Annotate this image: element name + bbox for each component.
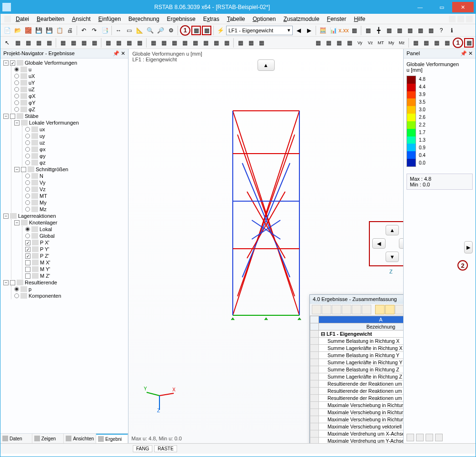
tb2-12[interactable]: ▦ <box>135 38 144 48</box>
tb-move-icon[interactable]: ↔ <box>114 26 123 35</box>
tb-calc-icon[interactable]: 🧮 <box>318 26 327 35</box>
tb-view2-icon[interactable]: ▦ <box>405 26 415 35</box>
node-lagerreaktionen[interactable]: −Lagerreaktionen <box>3 213 127 219</box>
tree-item[interactable]: Vz <box>25 186 127 193</box>
tb-save-icon[interactable]: 💾 <box>34 26 43 35</box>
tb2-1[interactable]: ▦ <box>13 38 22 48</box>
tb2-r12[interactable]: ▦ <box>432 38 441 48</box>
fbtn-5[interactable] <box>352 305 361 314</box>
close-button[interactable]: ✕ <box>452 2 474 12</box>
tree-item[interactable]: φY <box>14 99 127 106</box>
tb-printer-icon[interactable]: 🖨 <box>65 26 75 35</box>
tb2-r11[interactable]: ▦ <box>421 38 431 48</box>
tb2-r3[interactable]: ▦ <box>334 38 344 48</box>
table-row[interactable]: Summe Belastung in Richtung X0.00kN <box>310 338 404 345</box>
table-row[interactable]: Summe Lagerkräfte in Richtung Y0.00kN <box>310 359 404 366</box>
tb2-16[interactable]: ▦ <box>180 38 189 48</box>
tree-item[interactable]: φz <box>25 159 127 166</box>
tb-misc2-icon[interactable]: ▦ <box>349 26 359 35</box>
panel-icon-1[interactable] <box>407 434 414 441</box>
tb2-r7[interactable]: MT <box>376 38 386 48</box>
menu-extras[interactable]: Extras <box>200 15 222 23</box>
mdi-restore-icon[interactable] <box>457 16 464 22</box>
tb-table-toggle-2[interactable]: ▦ <box>202 26 211 35</box>
tb-new-icon[interactable]: 📄 <box>2 26 12 35</box>
menu-tabelle[interactable]: Tabelle <box>224 15 248 23</box>
tb2-r2[interactable]: ▦ <box>324 38 333 48</box>
table-row[interactable]: Summe Belastung in Richtung Z2.51kN <box>310 366 404 373</box>
tb-grid-icon[interactable]: ▦ <box>363 26 373 35</box>
tb-zoom-icon[interactable]: 🔎 <box>156 26 165 35</box>
tree-item[interactable]: My <box>25 199 127 206</box>
status-tab-fang[interactable]: FANG <box>133 445 152 452</box>
tb2-r6[interactable]: Vz <box>366 38 375 48</box>
table-row[interactable]: Summe Lagerkräfte in Richtung Z2.51kN <box>310 373 404 380</box>
fbtn-7[interactable] <box>375 305 385 314</box>
table-row[interactable]: Maximale Verdrehung um Y-Achse0.0mrad <box>310 438 404 444</box>
tb2-11[interactable]: ▦ <box>124 38 134 48</box>
tb2-4[interactable]: ▦ <box>44 38 54 48</box>
tb-results-icon[interactable]: 📊 <box>328 26 338 35</box>
panel-icon-2[interactable] <box>416 434 424 441</box>
col-a-header[interactable]: A <box>319 316 404 323</box>
panel-pin-icon[interactable]: 📌 ✕ <box>460 50 473 57</box>
tree-item[interactable]: ux <box>25 126 127 133</box>
tb-values-icon[interactable]: x.xx <box>339 26 348 35</box>
tree-item[interactable]: u <box>14 66 127 73</box>
tb2-2[interactable]: ▦ <box>23 38 33 48</box>
node-schnittgroessen[interactable]: −Schnittgrößen <box>14 166 127 173</box>
table-row[interactable]: Summe Belastung in Richtung Y0.00kN <box>310 352 404 359</box>
tb-misc-icon[interactable]: ⚙ <box>166 26 176 35</box>
tb-loadcase-icon[interactable]: ⚡ <box>216 26 225 35</box>
minimize-button[interactable]: — <box>409 2 431 12</box>
tree-item[interactable]: uz <box>25 139 127 146</box>
status-tab-raste[interactable]: RASTE <box>154 445 177 452</box>
tb2-r1[interactable]: ▦ <box>313 38 323 48</box>
tree-item[interactable]: Global <box>25 233 127 239</box>
navigator-pin-icon[interactable]: 📌 ✕ <box>113 50 125 57</box>
tree-item[interactable]: uy <box>25 133 127 139</box>
tb-view4-icon[interactable]: ▦ <box>426 26 436 35</box>
tb-open-icon[interactable]: 📂 <box>13 26 22 35</box>
tree-item[interactable]: φx <box>25 146 127 153</box>
tb-search-icon[interactable]: 🔍 <box>145 26 155 35</box>
tree-item[interactable]: MT <box>25 193 127 199</box>
tree-item[interactable]: P Y' <box>25 246 127 253</box>
tb2-23[interactable]: ▦ <box>257 38 266 48</box>
table-row[interactable]: Resultierende der Reaktionen um Y-0.001k… <box>310 388 404 395</box>
menu-berechnung[interactable]: Berechnung <box>126 15 162 23</box>
tree-item[interactable]: φZ <box>14 106 127 113</box>
menu-optionen[interactable]: Optionen <box>250 15 279 23</box>
tb-measure-icon[interactable]: 📐 <box>135 26 144 35</box>
mdi-minimize-icon[interactable] <box>449 16 456 22</box>
node-knotenlager[interactable]: −Knotenlager <box>14 219 127 226</box>
nav-pad-left[interactable]: ◀ <box>372 238 386 249</box>
tree-item[interactable]: M Y' <box>25 266 127 272</box>
tree-item[interactable]: P X' <box>25 239 127 246</box>
panel-icon-3[interactable] <box>426 434 433 441</box>
tb-print-icon[interactable]: 📋 <box>55 26 64 35</box>
tb-table-toggle-1[interactable]: ▦ <box>191 26 201 35</box>
tb2-r4[interactable]: ▦ <box>345 38 354 48</box>
mdi-close-icon[interactable] <box>466 16 473 22</box>
tb-view3-icon[interactable]: ▦ <box>416 26 425 35</box>
tb-undo-icon[interactable]: ↶ <box>79 26 89 35</box>
tb2-13[interactable]: ▦ <box>149 38 158 48</box>
tb2-18[interactable]: ▦ <box>201 38 210 48</box>
menu-ansicht[interactable]: Ansicht <box>69 15 93 23</box>
node-globale-verformungen[interactable]: −Globale Verformungen <box>3 59 127 66</box>
tree-item[interactable]: N <box>25 173 127 179</box>
menu-ergebnisse[interactable]: Ergebnisse <box>164 15 198 23</box>
tb-view1-icon[interactable]: ▦ <box>395 26 404 35</box>
table-row[interactable]: Summe Lagerkräfte in Richtung X0.00kN <box>310 345 404 352</box>
tb-axes-icon[interactable]: ╋ <box>374 26 383 35</box>
tree-item[interactable]: p <box>14 286 127 292</box>
fbtn-8[interactable] <box>385 305 395 314</box>
tree-item[interactable]: Vy <box>25 179 127 186</box>
tree-item[interactable]: M Z' <box>25 272 127 279</box>
tree-item[interactable]: Mz <box>25 206 127 213</box>
tb2-22[interactable]: ▦ <box>246 38 256 48</box>
tb2-6[interactable]: ▦ <box>69 38 78 48</box>
tb-next-icon[interactable]: ▶ <box>304 26 314 35</box>
tb2-15[interactable]: ▦ <box>169 38 179 48</box>
